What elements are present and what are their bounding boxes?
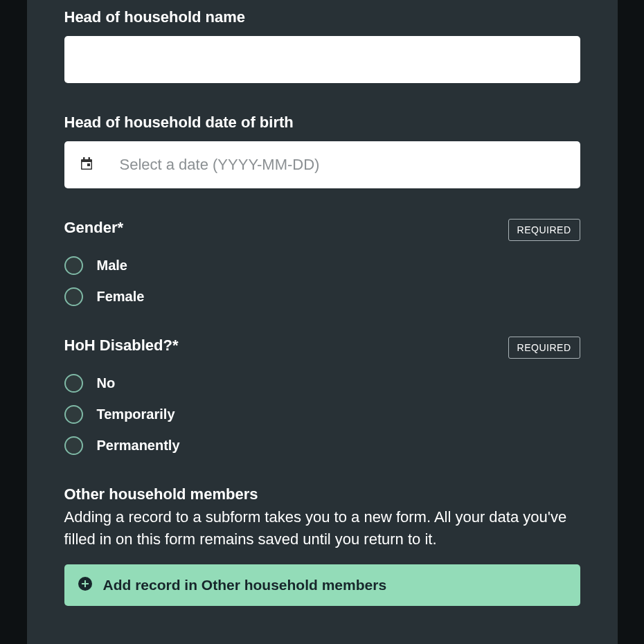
gender-option-female[interactable]: Female bbox=[64, 287, 580, 306]
plus-circle-icon bbox=[78, 577, 92, 593]
hoh-disabled-option-no[interactable]: No bbox=[64, 374, 580, 393]
radio-label: Permanently bbox=[97, 438, 180, 454]
calendar-icon bbox=[81, 157, 92, 172]
radio-label: No bbox=[97, 375, 116, 391]
hoh-name-group: Head of household name bbox=[64, 8, 580, 83]
required-badge: REQUIRED bbox=[508, 219, 580, 241]
add-record-button-label: Add record in Other household members bbox=[103, 577, 387, 593]
form-panel: Head of household name Head of household… bbox=[27, 0, 618, 644]
hoh-dob-input[interactable] bbox=[120, 141, 564, 188]
gender-option-male[interactable]: Male bbox=[64, 256, 580, 275]
gender-group: Gender* REQUIRED Male Female bbox=[64, 219, 580, 306]
radio-icon bbox=[64, 405, 83, 424]
hoh-name-label: Head of household name bbox=[64, 8, 580, 26]
hoh-dob-field[interactable] bbox=[64, 141, 580, 188]
hoh-disabled-option-temporarily[interactable]: Temporarily bbox=[64, 405, 580, 424]
radio-icon bbox=[64, 256, 83, 275]
other-members-helper: Adding a record to a subform takes you t… bbox=[64, 506, 580, 551]
radio-label: Temporarily bbox=[97, 406, 175, 422]
hoh-dob-group: Head of household date of birth bbox=[64, 114, 580, 188]
svg-rect-4 bbox=[87, 163, 90, 166]
required-badge: REQUIRED bbox=[508, 337, 580, 359]
other-members-label: Other household members bbox=[64, 485, 580, 503]
hoh-disabled-option-permanently[interactable]: Permanently bbox=[64, 436, 580, 455]
radio-icon bbox=[64, 287, 83, 306]
gender-label: Gender* bbox=[64, 219, 124, 237]
radio-label: Male bbox=[97, 258, 127, 274]
hoh-name-input[interactable] bbox=[64, 36, 580, 83]
hoh-disabled-group: HoH Disabled?* REQUIRED No Temporarily P… bbox=[64, 337, 580, 455]
hoh-disabled-label-row: HoH Disabled?* REQUIRED bbox=[64, 337, 580, 359]
svg-rect-7 bbox=[82, 583, 89, 584]
gender-label-row: Gender* REQUIRED bbox=[64, 219, 580, 241]
hoh-disabled-label: HoH Disabled?* bbox=[64, 337, 179, 355]
hoh-disabled-radio-list: No Temporarily Permanently bbox=[64, 374, 580, 455]
svg-rect-2 bbox=[83, 157, 85, 161]
svg-rect-3 bbox=[88, 157, 90, 161]
radio-icon bbox=[64, 374, 83, 393]
gender-radio-list: Male Female bbox=[64, 256, 580, 306]
hoh-dob-label: Head of household date of birth bbox=[64, 114, 580, 132]
radio-label: Female bbox=[97, 289, 145, 305]
radio-icon bbox=[64, 436, 83, 455]
add-record-button[interactable]: Add record in Other household members bbox=[64, 564, 580, 606]
other-members-group: Other household members Adding a record … bbox=[64, 485, 580, 606]
